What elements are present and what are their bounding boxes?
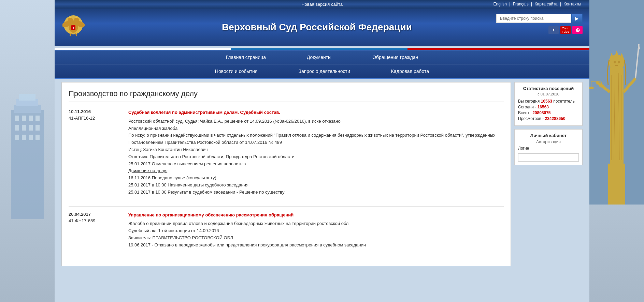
total-val: 20808075 [532, 110, 550, 115]
total-label: Всего - [518, 110, 532, 115]
case-entry-1: 10.11.2016 41-АПГ16-12 Судебная коллегия… [69, 109, 504, 196]
movement-link-1[interactable]: Движение по делу: [128, 168, 167, 173]
stats-subtitle: с 01.07.2010 [518, 92, 579, 96]
search-input[interactable] [496, 14, 571, 23]
svg-rect-5 [22, 116, 26, 121]
search-button[interactable]: ▶ [571, 14, 583, 23]
case-date-1: 10.11.2016 [69, 109, 123, 114]
case-date-2: 26.04.2017 [69, 212, 123, 217]
left-decoration [0, 0, 55, 302]
svg-rect-7 [35, 116, 40, 121]
svg-rect-6 [29, 116, 33, 121]
stats-widget: Статистика посещений с 01.07.2010 Вы сег… [514, 82, 583, 126]
case-line1-2: Жалоба о признании правил отлова и содер… [128, 220, 504, 227]
nav-documents[interactable]: Документы [286, 51, 352, 63]
movement2-1: 25.01.2017 в 10:00 Назначение даты судеб… [128, 182, 504, 189]
case-number-2: 41-ФН17-659 [69, 218, 123, 223]
main-container: Производство по гражданскому делу 10.11.… [55, 79, 589, 270]
svg-rect-14 [29, 135, 33, 140]
svg-rect-8 [15, 125, 19, 131]
svg-rect-9 [22, 125, 26, 131]
nav-home[interactable]: Главная страница [205, 51, 286, 63]
svg-rect-15 [35, 135, 40, 140]
views-label: Просмотров - [518, 116, 545, 121]
case-line2-2: Судебный акт 1-ой инстанции от 14.09.201… [128, 227, 504, 235]
page-title: Производство по гражданскому делу [69, 89, 504, 102]
lang-french-link[interactable]: Français [513, 2, 529, 6]
today-visitor-row: Вы сегодня 16563 посетитель [518, 99, 579, 104]
login-label: Логин [518, 146, 529, 151]
views-row: Просмотров - 224288650 [518, 116, 579, 121]
case-title-1[interactable]: Судебная коллегия по административным де… [128, 109, 504, 116]
case-line6-1: 25.01.2017 Отменено с вынесением решения… [128, 161, 504, 168]
lang-english-link[interactable]: English [493, 2, 507, 6]
svg-rect-10 [29, 125, 33, 131]
case-entry-2: 26.04.2017 41-ФН17-659 Управление по орг… [69, 212, 504, 249]
case-details-1: Судебная коллегия по административным де… [128, 109, 504, 196]
nav-row-2: Новости и события Запрос о деятельности … [55, 64, 589, 78]
svg-point-48 [618, 61, 620, 63]
today-number: 16563 [541, 99, 552, 104]
case-details-2: Управление по организационному обеспечен… [128, 212, 504, 249]
today-count-row: Сегодня - 16563 [518, 105, 579, 109]
case-title-2[interactable]: Управление по организационному обеспечен… [128, 212, 504, 219]
social-icons: f YouTube ⊕ [548, 26, 583, 34]
nav-activity[interactable]: Запрос о деятельности [278, 65, 371, 77]
today-label: Вы сегодня [518, 99, 540, 104]
case-line3-2: Заявитель: ПРАВИТЕЛЬСТВО РОСТОВСКОЙ ОБЛ [128, 235, 504, 242]
case-meta-1: 10.11.2016 41-АПГ16-12 [69, 109, 123, 121]
case-meta-2: 26.04.2017 41-ФН17-659 [69, 212, 123, 223]
case-number-1: 41-АПГ16-12 [69, 116, 123, 121]
sidebar: Статистика посещений с 01.07.2010 Вы сег… [514, 82, 583, 266]
movement1-1: 16.11.2016 Передано судье (консультанту) [128, 175, 504, 182]
case-line4-2: 19.06.2017 - Отказано в передаче жалобы … [128, 242, 504, 249]
today-full-label: Сегодня - [518, 105, 538, 109]
contacts-link[interactable]: Контакты [563, 2, 581, 6]
today-val: 16563 [538, 105, 549, 109]
flickr-icon[interactable]: ⊕ [572, 26, 583, 34]
total-row: Всего - 20808075 [518, 110, 579, 115]
stats-title: Статистика посещений [518, 86, 579, 91]
case-separator [69, 206, 504, 207]
nav-news[interactable]: Новости и события [195, 65, 278, 77]
new-version-label: Новая версия сайта [301, 2, 343, 7]
content-area: Производство по гражданскому делу 10.11.… [61, 82, 511, 266]
top-bar: Новая версия сайта English | Français | … [55, 0, 589, 9]
case-line1-1: Ростовский областной суд. Судья: Чайка Е… [128, 118, 504, 125]
nav-bar: Главная страница Документы Обращения гра… [55, 50, 589, 79]
case-line3-1: По иску: о признании недействующими в ча… [128, 132, 504, 146]
case-line2-1: Апелляционная жалоба [128, 125, 504, 132]
cabinet-widget: Личный кабинет Авторизация Логин [514, 129, 583, 165]
site-map-link[interactable]: Карта сайта [535, 2, 558, 6]
nav-hr[interactable]: Кадровая работа [371, 65, 449, 77]
nav-row-1: Главная страница Документы Обращения гра… [55, 50, 589, 64]
top-bar-links: English | Français | Карта сайта | Конта… [492, 2, 583, 6]
youtube-icon[interactable]: YouTube [560, 26, 571, 34]
login-input[interactable] [518, 153, 579, 162]
svg-rect-3 [19, 94, 35, 101]
facebook-icon[interactable]: f [548, 26, 559, 34]
right-decoration [589, 0, 644, 302]
search-bar[interactable]: ▶ [496, 14, 583, 23]
auth-label: Авторизация [536, 139, 561, 144]
header-right: ▶ f YouTube ⊕ [496, 14, 583, 34]
movement3-1: 25.01.2017 в 10:00 Результат в судебном … [128, 189, 504, 196]
header: ★ Верховный Суд Российской Федерации ▶ f… [55, 9, 589, 46]
case-line4-1: Истец: Загика Константин Николаевич [128, 146, 504, 153]
case-line5-1: Ответчик: Правительство Ростовской облас… [128, 153, 504, 161]
nav-appeals[interactable]: Обращения граждан [352, 51, 439, 63]
svg-rect-29 [608, 164, 625, 205]
svg-rect-12 [15, 135, 19, 140]
today-suffix: посетитель [553, 99, 575, 104]
svg-rect-13 [22, 135, 26, 140]
svg-rect-30 [610, 68, 624, 164]
svg-point-41 [599, 84, 604, 87]
cabinet-title: Личный кабинет [518, 133, 579, 138]
views-val: 224288650 [545, 116, 566, 121]
svg-rect-4 [15, 116, 19, 121]
svg-point-47 [614, 61, 616, 63]
svg-rect-11 [35, 125, 40, 131]
